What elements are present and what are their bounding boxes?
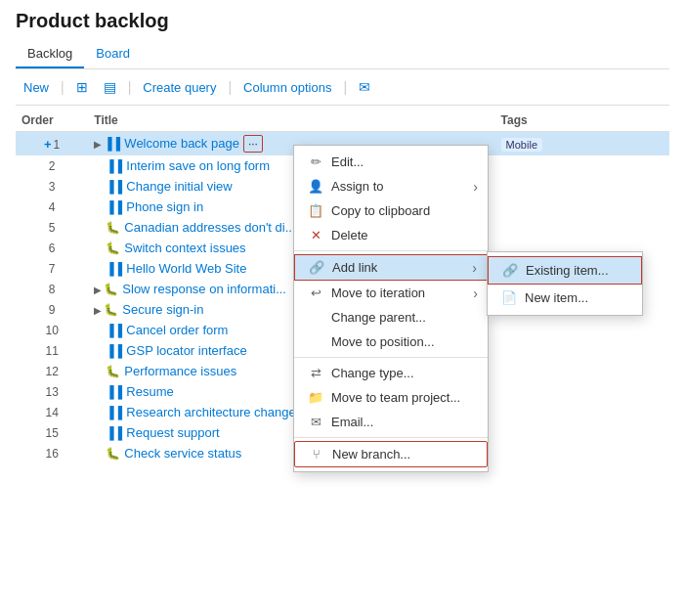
- cell-order: 6: [16, 238, 88, 258]
- column-options-button[interactable]: Column options: [235, 76, 339, 99]
- menu-item-edit[interactable]: ✏Edit...: [294, 150, 488, 174]
- item-title-link[interactable]: Switch context issues: [124, 241, 245, 255]
- expand-icon[interactable]: ▶: [94, 285, 102, 295]
- item-type-icon: ▐▐: [104, 137, 120, 151]
- item-type-icon: ▐▐: [106, 159, 122, 173]
- cell-order: +1: [16, 132, 88, 156]
- menu-item-change_type[interactable]: ⇄Change type...: [294, 361, 488, 385]
- create-query-button[interactable]: Create query: [135, 76, 224, 99]
- item-type-icon: 🐛: [106, 221, 120, 235]
- item-type-icon: 🐛: [106, 447, 120, 461]
- cell-order: 14: [16, 402, 88, 422]
- cell-tags: [495, 217, 669, 238]
- row-number: 3: [49, 180, 56, 194]
- item-title-link[interactable]: Cancel order form: [126, 323, 228, 337]
- item-title-link[interactable]: Research architecture changes: [126, 405, 302, 419]
- menu-separator: [294, 357, 488, 358]
- menu-item-email[interactable]: ✉Email...: [294, 410, 488, 434]
- sep4: |: [339, 79, 351, 95]
- item-title-link[interactable]: Check service status: [124, 446, 241, 461]
- sep2: |: [124, 79, 136, 95]
- create-query-label: Create query: [143, 80, 216, 95]
- move-iter-icon: ↩: [308, 286, 323, 300]
- new-item-icon: 📄: [501, 290, 517, 305]
- new-button[interactable]: New: [16, 76, 57, 99]
- item-title-link[interactable]: Request support: [126, 425, 219, 440]
- submenu-item-existing_item[interactable]: 🔗Existing item...: [488, 256, 642, 285]
- collapse-button[interactable]: ▤: [96, 75, 124, 99]
- column-options-label: Column options: [243, 80, 331, 95]
- row-number: 15: [45, 426, 58, 440]
- cell-tags: [495, 381, 669, 402]
- expand-icon[interactable]: ▶: [94, 139, 102, 150]
- item-type-icon: ▐▐: [106, 324, 122, 337]
- cell-tags: [495, 340, 669, 361]
- menu-item-label: Edit...: [331, 154, 364, 169]
- item-type-icon: 🐛: [106, 242, 120, 255]
- item-title-link[interactable]: Performance issues: [124, 364, 236, 378]
- tab-backlog[interactable]: Backlog: [16, 40, 84, 68]
- menu-item-assign[interactable]: 👤Assign to: [294, 174, 488, 198]
- item-title-link[interactable]: GSP locator interface: [126, 343, 246, 358]
- sep1: |: [57, 79, 68, 95]
- item-type-icon: ▐▐: [106, 344, 122, 358]
- item-title-link[interactable]: Change initial view: [126, 179, 232, 194]
- add-child-button[interactable]: ⊞: [68, 75, 96, 99]
- row-number: 12: [45, 365, 58, 378]
- addlink-submenu: 🔗Existing item...📄New item...: [487, 251, 643, 316]
- mail-button[interactable]: ✉: [351, 75, 378, 99]
- edit-icon: ✏: [308, 154, 323, 169]
- new-label: New: [23, 80, 49, 95]
- menu-item-addlink[interactable]: 🔗Add link🔗Existing item...📄New item...: [294, 254, 488, 281]
- col-header-title: Title: [88, 110, 494, 132]
- menu-item-label: Email...: [331, 415, 373, 429]
- plus-square-icon: ⊞: [76, 79, 88, 95]
- assign-icon: 👤: [308, 179, 323, 194]
- menu-item-delete[interactable]: ✕Delete: [294, 223, 488, 247]
- item-title-link[interactable]: Slow response on informati...: [122, 282, 286, 296]
- row-number: 5: [49, 221, 56, 235]
- row-number: 8: [49, 283, 56, 296]
- menu-item-move_pos[interactable]: Move to position...: [294, 330, 488, 354]
- menu-item-label: Delete: [331, 228, 368, 242]
- item-title-link[interactable]: Secure sign-in: [122, 302, 203, 317]
- cell-order: 5: [16, 217, 88, 238]
- ellipsis-button[interactable]: ···: [243, 135, 263, 153]
- item-title-link[interactable]: Resume: [126, 384, 173, 399]
- cell-order: 11: [16, 340, 88, 361]
- submenu-item-label: New item...: [525, 290, 588, 305]
- col-header-tags: Tags: [495, 110, 669, 132]
- menu-item-label: Change type...: [331, 366, 414, 380]
- menu-item-label: Assign to: [331, 179, 383, 194]
- menu-item-move_proj[interactable]: 📁Move to team project...: [294, 385, 488, 410]
- item-title-link[interactable]: Hello World Web Site: [126, 261, 246, 276]
- branch-icon: ⑂: [309, 447, 324, 462]
- cell-tags: [495, 197, 669, 217]
- row-number: 1: [54, 138, 61, 152]
- row-number: 11: [45, 344, 58, 358]
- menu-item-new_branch[interactable]: ⑂New branch...: [294, 441, 488, 467]
- tab-board[interactable]: Board: [84, 40, 142, 68]
- item-title-link[interactable]: Canadian addresses don't di...: [124, 220, 295, 235]
- expand-icon[interactable]: ▶: [94, 305, 102, 316]
- item-type-icon: ▐▐: [106, 406, 122, 419]
- menu-item-move_iter[interactable]: ↩Move to iteration: [294, 281, 488, 305]
- submenu-item-new_item[interactable]: 📄New item...: [488, 285, 642, 311]
- menu-item-label: Move to team project...: [331, 390, 460, 405]
- cell-order: 16: [16, 443, 88, 463]
- item-title-link[interactable]: Interim save on long form: [126, 158, 270, 173]
- change-type-icon: ⇄: [308, 366, 323, 380]
- item-type-icon: ▐▐: [106, 385, 122, 399]
- menu-item-label: Change parent...: [331, 310, 426, 325]
- item-title-link[interactable]: Welcome back page: [124, 136, 239, 151]
- tag-badge: Mobile: [501, 138, 542, 152]
- cell-order: 4: [16, 197, 88, 217]
- item-title-link[interactable]: Phone sign in: [126, 199, 203, 214]
- menu-item-change_parent[interactable]: Change parent...: [294, 305, 488, 330]
- add-row-icon[interactable]: +: [44, 137, 52, 152]
- item-type-icon: 🐛: [106, 365, 120, 378]
- row-number: 13: [45, 385, 58, 399]
- cell-order: 8: [16, 279, 88, 299]
- menu-item-copy[interactable]: 📋Copy to clipboard: [294, 198, 488, 223]
- row-number: 7: [49, 262, 56, 276]
